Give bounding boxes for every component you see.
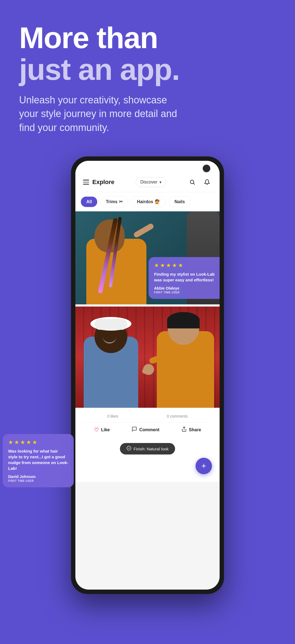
stars-1: ★★★★★ (154, 262, 220, 269)
share-button[interactable]: Share (181, 426, 201, 433)
stars-2: ★★★★★ (8, 439, 68, 445)
hero-section: More than just an app. Unleash your crea… (0, 0, 295, 145)
phone-mockup: Explore Discover ▾ (0, 156, 295, 594)
share-label: Share (189, 427, 201, 432)
review-text-1: Finding my stylist on Look-Lab was super… (154, 271, 220, 283)
comment-icon (132, 426, 137, 433)
reviewer-name-2: David Johnson (8, 474, 68, 479)
dropdown-label: Discover (140, 180, 157, 185)
hero-title: More than just an app. (19, 22, 276, 85)
person-scene (75, 307, 220, 408)
scissors-icon: ✂ (119, 199, 123, 204)
finish-pill[interactable]: Finish: Natural look (120, 443, 175, 454)
plus-icon: + (201, 461, 206, 471)
phone-frame: Explore Discover ▾ (71, 156, 224, 594)
stats-row: 0 likes 0 comments (83, 412, 212, 422)
heart-icon: ♡ (94, 427, 99, 433)
review-card-1: ★★★★★ Finding my stylist on Look-Lab was… (149, 257, 220, 299)
review-text-2: Was looking for what hair style to try n… (8, 448, 68, 471)
hair-scene: ★★★★★ Finding my stylist on Look-Lab was… (75, 211, 220, 304)
notification-icon[interactable] (202, 177, 212, 187)
hamburger-icon[interactable] (83, 180, 89, 185)
tab-all[interactable]: All (81, 197, 97, 207)
phone-camera (203, 165, 210, 172)
share-icon (181, 426, 187, 433)
filter-tabs: All Trims ✂ Hairdos 💇 Nails (75, 192, 220, 211)
post-image-1: ★★★★★ Finding my stylist on Look-Lab was… (75, 211, 220, 304)
like-label: Like (101, 427, 110, 432)
reviewer-tag-2: FIRST TIME USER (8, 479, 68, 482)
reviewer-name-1: Abbie Olaleye (154, 286, 220, 290)
hero-subtitle: Unleash your creativity, showcase your s… (19, 93, 188, 135)
svg-line-1 (193, 183, 194, 184)
app-content: ★★★★★ Finding my stylist on Look-Lab was… (75, 211, 220, 482)
post-image-2 (75, 307, 220, 408)
interaction-bar: 0 likes 0 comments ♡ Like (75, 408, 220, 439)
explore-label: Explore (92, 179, 114, 186)
floating-review-left: ★★★★★ Was looking for what hair style to… (3, 434, 74, 487)
tab-nails[interactable]: Nails (169, 196, 191, 207)
finish-pill-label: Finish: Natural look (134, 447, 169, 451)
search-icon[interactable] (187, 177, 197, 187)
comment-button[interactable]: Comment (132, 426, 160, 433)
app-header: Explore Discover ▾ (75, 161, 220, 192)
comments-count: 0 comments (167, 414, 188, 418)
action-row: ♡ Like Comment (83, 422, 212, 435)
app-screen: Explore Discover ▾ (75, 161, 220, 590)
reviewer-tag-1: FIRST TIME USER (154, 291, 220, 294)
discover-dropdown[interactable]: Discover ▾ (136, 177, 166, 187)
finish-pill-bar: Finish: Natural look (75, 439, 220, 460)
tab-hairdos[interactable]: Hairdos 💇 (131, 196, 166, 207)
tab-trims[interactable]: Trims ✂ (100, 196, 128, 207)
like-button[interactable]: ♡ Like (94, 427, 110, 433)
header-icons (187, 177, 212, 187)
fab-button[interactable]: + (196, 458, 212, 474)
chevron-down-icon: ▾ (160, 180, 161, 184)
likes-count: 0 likes (107, 414, 118, 418)
hairdryer-icon: 💇 (155, 199, 160, 204)
comment-label: Comment (139, 427, 160, 432)
finish-icon (126, 446, 131, 452)
